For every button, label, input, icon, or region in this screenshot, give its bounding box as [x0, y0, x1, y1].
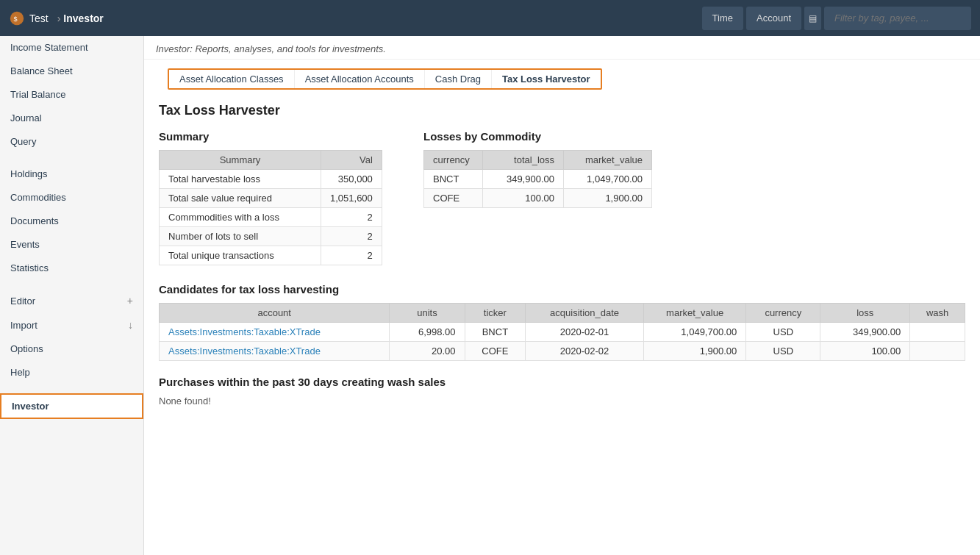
tab-asset-allocation-classes[interactable]: Asset Allocation Classes	[169, 70, 295, 88]
candidates-col-header: units	[390, 304, 465, 323]
candidates-section: Candidates for tax loss harvesting accou…	[159, 283, 965, 361]
candidates-cell: 20.00	[390, 342, 465, 361]
sidebar-item-holdings[interactable]: Holdings	[0, 162, 143, 186]
candidates-row: Assets:Investments:Taxable:XTrade6,998.0…	[160, 323, 965, 342]
candidates-col-header: market_value	[643, 304, 745, 323]
account-icon-button[interactable]: ▤	[804, 7, 821, 30]
wash-sales-none-found: None found!	[159, 395, 965, 407]
editor-plus-icon: +	[127, 295, 133, 307]
summary-table: Summary Val Total harvestable loss350,00…	[159, 150, 382, 265]
candidates-title: Candidates for tax loss harvesting	[159, 283, 965, 296]
account-button[interactable]: Account	[746, 7, 801, 30]
summary-row: Total unique transactions2	[160, 246, 382, 265]
account-wrapper: Account ▤	[743, 7, 821, 30]
summary-val: 2	[321, 208, 382, 227]
losses-currency-header: currency	[424, 151, 483, 170]
time-button[interactable]: Time	[702, 7, 743, 30]
losses-total-loss: 100.00	[483, 189, 564, 208]
summary-val: 350,000	[321, 170, 382, 189]
candidates-cell: 2020-02-01	[526, 323, 644, 342]
summary-row: Commmodities with a loss2	[160, 208, 382, 227]
tab-asset-allocation-accounts[interactable]: Asset Allocation Accounts	[295, 70, 425, 88]
sidebar-item-balance-sheet[interactable]: Balance Sheet	[0, 60, 143, 83]
sidebar-item-commodities[interactable]: Commodities	[0, 186, 143, 210]
summary-val: 2	[321, 246, 382, 265]
candidates-cell: USD	[746, 342, 820, 361]
tab-cash-drag[interactable]: Cash Drag	[425, 70, 492, 88]
tab-tax-loss-harvestor[interactable]: Tax Loss Harvestor	[492, 70, 601, 88]
candidates-cell[interactable]: Assets:Investments:Taxable:XTrade	[160, 342, 390, 361]
candidates-cell	[910, 323, 965, 342]
losses-currency: COFE	[424, 189, 483, 208]
page-title: Tax Loss Harvester	[159, 103, 965, 118]
sidebar-item-query[interactable]: Query	[0, 130, 143, 154]
losses-row: BNCT349,900.001,049,700.00	[424, 170, 652, 189]
candidates-cell: 6,998.00	[390, 323, 465, 342]
summary-row: Total sale value required1,051,600	[160, 189, 382, 208]
summary-label: Number of lots to sell	[160, 227, 321, 246]
app-name: Test	[29, 12, 49, 24]
candidates-cell: BNCT	[465, 323, 526, 342]
candidates-col-header: wash	[910, 304, 965, 323]
filter-input[interactable]	[824, 7, 971, 30]
summary-section: Summary Summary Val Total harvestable lo…	[159, 130, 394, 265]
candidates-cell[interactable]: Assets:Investments:Taxable:XTrade	[160, 323, 390, 342]
main-content: Investor: Reports, analyses, and tools f…	[144, 36, 980, 555]
summary-label: Total harvestable loss	[160, 170, 321, 189]
candidates-cell: USD	[746, 323, 820, 342]
tabs-bar: Asset Allocation Classes Asset Allocatio…	[168, 68, 602, 90]
candidates-row: Assets:Investments:Taxable:XTrade20.00CO…	[160, 342, 965, 361]
sidebar-item-events[interactable]: Events	[0, 233, 143, 257]
candidates-cell: 1,900.00	[643, 342, 745, 361]
losses-market-value: 1,049,700.00	[564, 170, 652, 189]
sidebar-item-income-statement[interactable]: Income Statement	[0, 36, 143, 60]
losses-total-loss: 349,900.00	[483, 170, 564, 189]
losses-table: currency total_loss market_value BNCT349…	[423, 150, 652, 208]
losses-section: Losses by Commodity currency total_loss …	[423, 130, 965, 265]
summary-val-header: Val	[321, 151, 382, 170]
summary-label: Commmodities with a loss	[160, 208, 321, 227]
sidebar-item-journal[interactable]: Journal	[0, 107, 143, 130]
summary-losses-section: Summary Summary Val Total harvestable lo…	[159, 130, 965, 265]
summary-label: Total sale value required	[160, 189, 321, 208]
losses-currency: BNCT	[424, 170, 483, 189]
tabs-container: Asset Allocation Classes Asset Allocatio…	[144, 60, 980, 96]
summary-val: 2	[321, 227, 382, 246]
svg-text:$: $	[13, 15, 17, 22]
candidates-col-header: acquisition_date	[526, 304, 644, 323]
sidebar-item-import[interactable]: Import ↓	[0, 313, 143, 337]
sidebar-item-editor[interactable]: Editor +	[0, 289, 143, 313]
candidates-col-header: ticker	[465, 304, 526, 323]
sidebar-item-statistics[interactable]: Statistics	[0, 257, 143, 280]
losses-row: COFE100.001,900.00	[424, 189, 652, 208]
topnav: $ Test › Investor Time Account ▤	[0, 0, 980, 36]
candidates-cell: 349,900.00	[820, 323, 910, 342]
summary-label: Total unique transactions	[160, 246, 321, 265]
sidebar-item-help[interactable]: Help	[0, 361, 143, 384]
sidebar: Income Statement Balance Sheet Trial Bal…	[0, 36, 144, 555]
candidates-col-header: loss	[820, 304, 910, 323]
app-logo: $ Test	[9, 10, 49, 26]
content-area: Tax Loss Harvester Summary Summary Val T…	[144, 96, 980, 421]
sidebar-item-investor[interactable]: Investor	[0, 393, 143, 419]
import-down-icon: ↓	[128, 319, 133, 331]
wash-sales-section: Purchases within the past 30 days creati…	[159, 376, 965, 407]
summary-row: Number of lots to sell2	[160, 227, 382, 246]
losses-total-loss-header: total_loss	[483, 151, 564, 170]
sidebar-item-documents[interactable]: Documents	[0, 210, 143, 233]
subheader: Investor: Reports, analyses, and tools f…	[144, 36, 980, 60]
breadcrumb-current: Investor	[63, 12, 103, 24]
losses-market-value-header: market_value	[564, 151, 652, 170]
subheader-text: Investor: Reports, analyses, and tools f…	[156, 43, 386, 54]
breadcrumb-separator: ›	[57, 12, 61, 24]
candidates-col-header: account	[160, 304, 390, 323]
sidebar-item-options[interactable]: Options	[0, 337, 143, 361]
candidates-cell	[910, 342, 965, 361]
wash-sales-title: Purchases within the past 30 days creati…	[159, 376, 965, 388]
candidates-table: accountunitstickeracquisition_datemarket…	[159, 303, 965, 361]
candidates-cell: COFE	[465, 342, 526, 361]
sidebar-item-trial-balance[interactable]: Trial Balance	[0, 83, 143, 107]
summary-val: 1,051,600	[321, 189, 382, 208]
summary-row: Total harvestable loss350,000	[160, 170, 382, 189]
candidates-col-header: currency	[746, 304, 820, 323]
